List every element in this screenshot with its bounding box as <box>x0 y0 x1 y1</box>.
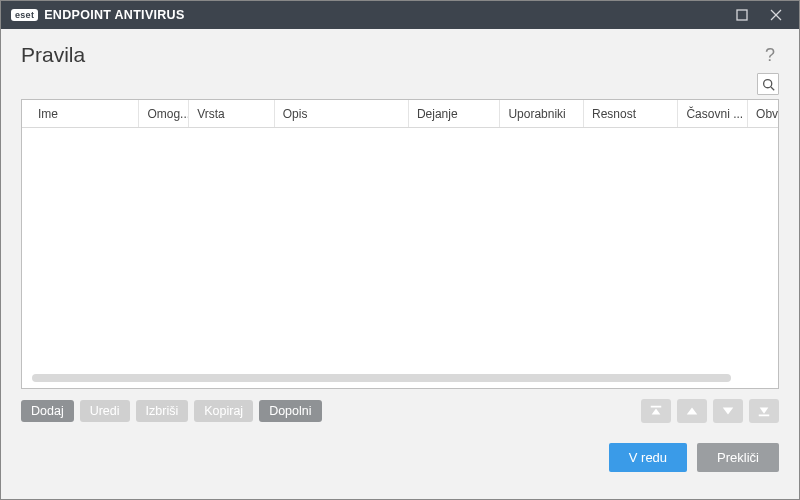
edit-button: Uredi <box>80 400 130 422</box>
populate-button[interactable]: Dopolni <box>259 400 321 422</box>
minimize-button[interactable] <box>725 1 759 29</box>
action-toolbar: Dodaj Uredi Izbriši Kopiraj Dopolni <box>1 389 799 429</box>
search-row <box>1 71 799 99</box>
horizontal-scrollbar[interactable] <box>32 374 768 382</box>
ok-button[interactable]: V redu <box>609 443 687 472</box>
svg-point-3 <box>763 79 771 87</box>
delete-button: Izbriši <box>136 400 189 422</box>
svg-rect-10 <box>759 415 770 417</box>
page-title: Pravila <box>21 43 85 67</box>
col-header-omog[interactable]: Omog... <box>139 100 189 127</box>
search-icon <box>762 78 775 91</box>
search-button[interactable] <box>757 73 779 95</box>
col-header-dejanje[interactable]: Dejanje <box>409 100 501 127</box>
brand-text: ENDPOINT ANTIVIRUS <box>44 8 184 22</box>
col-header-vrsta[interactable]: Vrsta <box>189 100 275 127</box>
chevron-bottom-icon <box>757 404 771 418</box>
col-header-ime[interactable]: Ime <box>22 100 139 127</box>
chevron-top-icon <box>649 404 663 418</box>
move-up-button <box>677 399 707 423</box>
col-header-resnost[interactable]: Resnost <box>584 100 678 127</box>
move-down-button <box>713 399 743 423</box>
table-header-row: Ime Omog... Vrsta Opis Dejanje Uporabnik… <box>22 100 778 128</box>
close-button[interactable] <box>759 1 793 29</box>
copy-button: Kopiraj <box>194 400 253 422</box>
brand-badge: eset <box>11 9 38 21</box>
help-icon[interactable]: ? <box>761 45 779 66</box>
cancel-button[interactable]: Prekliči <box>697 443 779 472</box>
add-button[interactable]: Dodaj <box>21 400 74 422</box>
table-body-empty <box>22 128 778 388</box>
chevron-down-icon <box>721 404 735 418</box>
col-header-opis[interactable]: Opis <box>275 100 409 127</box>
svg-rect-5 <box>651 406 662 408</box>
move-bottom-button <box>749 399 779 423</box>
svg-line-4 <box>770 86 773 89</box>
svg-rect-0 <box>737 10 747 20</box>
dialog-footer: V redu Prekliči <box>1 429 799 488</box>
col-header-casovni[interactable]: Časovni ... <box>678 100 748 127</box>
chevron-up-icon <box>685 404 699 418</box>
svg-marker-8 <box>723 408 734 415</box>
page-header: Pravila ? <box>1 29 799 71</box>
svg-marker-6 <box>652 408 661 414</box>
move-top-button <box>641 399 671 423</box>
col-header-uporabniki[interactable]: Uporabniki <box>500 100 584 127</box>
rules-table: Ime Omog... Vrsta Opis Dejanje Uporabnik… <box>21 99 779 389</box>
app-window: eset ENDPOINT ANTIVIRUS Pravila ? Ime Om… <box>0 0 800 500</box>
titlebar: eset ENDPOINT ANTIVIRUS <box>1 1 799 29</box>
scrollbar-thumb[interactable] <box>32 374 731 382</box>
svg-marker-7 <box>687 408 698 415</box>
svg-marker-9 <box>760 408 769 414</box>
col-header-obv[interactable]: Obv <box>748 100 778 127</box>
